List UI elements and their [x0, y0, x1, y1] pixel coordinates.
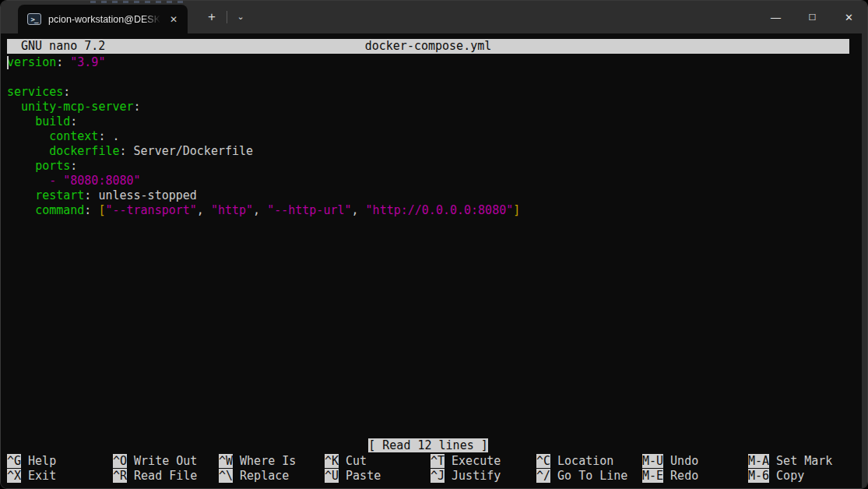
shortcut-key: ^O	[113, 454, 127, 468]
shortcut-key: ^\	[219, 469, 233, 483]
shortcut-label: Where Is	[240, 454, 296, 468]
powershell-icon: >_	[27, 13, 41, 25]
shortcut-key: M-6	[748, 469, 769, 483]
editor-line	[7, 70, 520, 85]
editor-line: unity-mcp-server:	[7, 100, 520, 114]
window-controls: — ☐ ✕	[757, 1, 867, 33]
nano-status-message: [ Read 12 lines ]	[368, 438, 488, 452]
shortcut-key: ^R	[113, 469, 127, 483]
shortcut-key: ^U	[325, 469, 339, 483]
shortcut-key: ^/	[536, 469, 550, 483]
nano-filename: docker-compose.yml	[7, 39, 849, 54]
tabbar-divider	[227, 11, 227, 23]
shortcut-label: Execute	[452, 454, 501, 468]
shortcut-undo: M-UUndo	[642, 454, 748, 469]
shortcut-label: Redo	[670, 469, 698, 483]
shortcut-key: M-U	[642, 454, 663, 468]
shortcut-key: ^C	[536, 454, 550, 468]
shortcut-key: ^J	[430, 469, 445, 483]
shortcut-key: ^W	[219, 454, 233, 468]
nano-shortcut-bar: ^GHelp ^OWrite Out ^WWhere Is ^KCut ^TEx…	[7, 454, 854, 484]
maximize-button[interactable]: ☐	[794, 1, 831, 33]
shortcut-key: ^X	[7, 469, 21, 483]
tab-title: pcion-workstation@DESKTOP-	[48, 14, 160, 25]
shortcut-label: Set Mark	[776, 454, 832, 468]
shortcut-execute: ^TExecute	[430, 454, 536, 469]
editor-line: version: "3.9"	[7, 55, 520, 70]
scrollbar[interactable]	[862, 33, 867, 488]
shortcut-cut: ^KCut	[325, 454, 430, 469]
tab-close-icon[interactable]: ✕	[167, 13, 180, 26]
editor-line: services:	[7, 85, 520, 100]
shortcut-label: Justify	[452, 469, 501, 483]
shortcut-key: ^T	[430, 454, 445, 468]
nano-title-bar: docker-compose.yml GNU nano 7.2	[7, 39, 849, 54]
editor-line: dockerfile: Server/Dockerfile	[7, 144, 520, 159]
shortcut-label: Write Out	[134, 454, 197, 468]
shortcut-label: Paste	[346, 469, 381, 483]
new-tab-button[interactable]: +	[202, 8, 222, 27]
shortcut-label: Cut	[346, 454, 367, 468]
shortcut-label: Location	[557, 454, 613, 468]
editor-line: context: .	[7, 129, 520, 144]
terminal-window: >_ pcion-workstation@DESKTOP- ✕ + ⌄ — ☐ …	[0, 0, 868, 489]
editor-line: command: ["--transport", "http", "--http…	[7, 203, 520, 218]
shortcut-key: M-A	[748, 454, 769, 468]
shortcut-set-mark: M-ASet Mark	[748, 454, 854, 469]
tab-dropdown-button[interactable]: ⌄	[231, 8, 250, 27]
shortcut-paste: ^UPaste	[325, 469, 430, 484]
terminal-screen[interactable]: docker-compose.yml GNU nano 7.2 version:…	[1, 33, 867, 488]
shortcut-key: ^G	[7, 454, 21, 468]
shortcut-label: Go To Line	[557, 469, 627, 483]
shortcut-justify: ^JJustify	[430, 469, 536, 484]
shortcut-label: Exit	[28, 469, 56, 483]
close-button[interactable]: ✕	[831, 1, 867, 33]
editor-line: restart: unless-stopped	[7, 188, 520, 203]
terminal-tab[interactable]: >_ pcion-workstation@DESKTOP- ✕	[18, 5, 188, 33]
shortcut-key: ^K	[325, 454, 339, 468]
shortcut-go-to-line: ^/Go To Line	[536, 469, 642, 484]
nano-version-label: GNU nano 7.2	[21, 39, 105, 54]
shortcut-label: Read File	[134, 469, 197, 483]
shortcut-location: ^CLocation	[536, 454, 642, 469]
tab-bar: >_ pcion-workstation@DESKTOP- ✕ + ⌄ — ☐ …	[1, 1, 867, 33]
shortcut-label: Replace	[240, 469, 289, 483]
background-window-artifact	[90, 1, 184, 3]
text-cursor	[7, 56, 9, 69]
shortcut-copy: M-6Copy	[748, 469, 854, 484]
shortcut-replace: ^\Replace	[219, 469, 325, 484]
editor-line: ports:	[7, 159, 520, 174]
shortcut-label: Copy	[776, 469, 804, 483]
shortcut-read-file: ^RRead File	[113, 469, 219, 484]
editor-lines[interactable]: version: "3.9"services: unity-mcp-server…	[7, 55, 520, 218]
editor-line: - "8080:8080"	[7, 174, 520, 188]
nano-status-bar: [ Read 12 lines ]	[7, 438, 849, 453]
shortcut-redo: M-ERedo	[642, 469, 748, 484]
editor-line: build:	[7, 114, 520, 129]
shortcut-write-out: ^OWrite Out	[113, 454, 219, 469]
shortcut-label: Undo	[670, 454, 698, 468]
shortcut-key: M-E	[642, 469, 663, 483]
shortcut-where-is: ^WWhere Is	[219, 454, 325, 469]
shortcut-exit: ^XExit	[7, 469, 113, 484]
minimize-button[interactable]: —	[757, 1, 794, 33]
shortcut-help: ^GHelp	[7, 454, 113, 469]
shortcut-label: Help	[28, 454, 56, 468]
